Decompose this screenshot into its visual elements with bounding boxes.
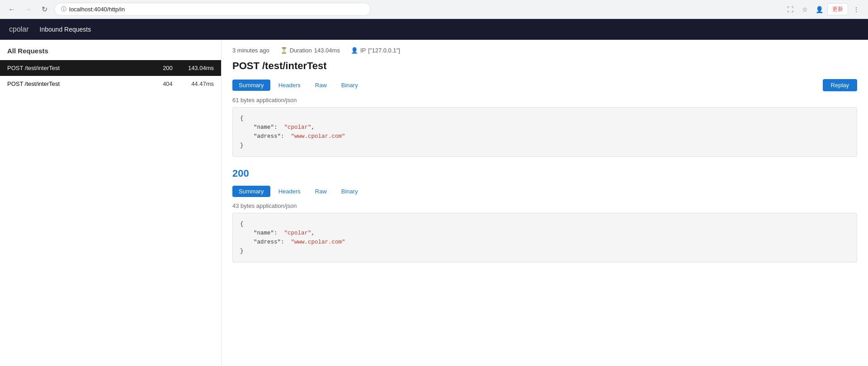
req-path-2: /test/interTest bbox=[25, 80, 60, 87]
time-ago: 3 minutes ago bbox=[232, 47, 269, 54]
code-line: } bbox=[240, 141, 849, 150]
tab-response-binary[interactable]: Binary bbox=[335, 186, 364, 197]
req-method-1: POST bbox=[7, 65, 25, 71]
code-line: "adress": "www.cpolar.com" bbox=[240, 238, 849, 247]
ip-meta: 👤 IP ["127.0.0.1"] bbox=[351, 47, 400, 54]
tab-response-headers[interactable]: Headers bbox=[272, 186, 307, 197]
request-content-info: 61 bytes application/json bbox=[232, 97, 857, 103]
request-title: POST /test/interTest bbox=[232, 60, 857, 72]
panel-title: All Requests bbox=[0, 47, 221, 60]
req-duration-2: 44.47ms bbox=[182, 80, 214, 87]
app-logo: cpolar bbox=[9, 25, 29, 33]
request-item[interactable]: POST /test/interTest 200 143.04ms bbox=[0, 60, 221, 76]
profile-button[interactable]: 👤 bbox=[813, 3, 826, 16]
req-status-2: 404 bbox=[159, 80, 177, 87]
duration-label: Duration bbox=[290, 47, 312, 54]
code-line: } bbox=[240, 247, 849, 256]
clock-icon: ⏳ bbox=[280, 47, 288, 54]
reload-button[interactable]: ↻ bbox=[38, 3, 51, 16]
meta-row: 3 minutes ago ⏳ Duration 143.04ms 👤 IP [… bbox=[232, 47, 857, 54]
code-line: "name": "cpolar", bbox=[240, 123, 849, 132]
tab-request-binary[interactable]: Binary bbox=[335, 80, 364, 91]
duration-value: 143.04ms bbox=[314, 47, 340, 54]
menu-button[interactable]: ⋮ bbox=[850, 3, 863, 16]
url-text: localhost:4040/http/in bbox=[69, 6, 125, 13]
left-panel: All Requests POST /test/interTest 200 14… bbox=[0, 40, 222, 366]
tab-request-raw[interactable]: Raw bbox=[309, 80, 333, 91]
tab-response-raw[interactable]: Raw bbox=[309, 186, 333, 197]
code-line: { bbox=[240, 220, 849, 229]
browser-actions: ⛶ ☆ 👤 更新 ⋮ bbox=[784, 3, 863, 16]
screenshot-button[interactable]: ⛶ bbox=[784, 3, 797, 16]
tab-request-summary[interactable]: Summary bbox=[232, 80, 270, 91]
req-method-2: POST bbox=[7, 80, 25, 87]
main-layout: All Requests POST /test/interTest 200 14… bbox=[0, 40, 868, 366]
req-path-1: /test/interTest bbox=[25, 65, 60, 71]
nav-inbound-requests[interactable]: Inbound Requests bbox=[40, 26, 91, 33]
browser-chrome: ← → ↻ ⓘ localhost:4040/http/in ⛶ ☆ 👤 更新 … bbox=[0, 0, 868, 19]
update-button[interactable]: 更新 bbox=[827, 3, 848, 15]
ip-value: ["127.0.0.1"] bbox=[368, 47, 400, 54]
tab-request-headers[interactable]: Headers bbox=[272, 80, 307, 91]
app-header: cpolar Inbound Requests bbox=[0, 19, 868, 40]
right-panel: 3 minutes ago ⏳ Duration 143.04ms 👤 IP [… bbox=[222, 40, 868, 366]
request-item[interactable]: POST /test/interTest 404 44.47ms bbox=[0, 76, 221, 92]
lock-icon: ⓘ bbox=[61, 5, 66, 13]
response-status: 200 bbox=[232, 168, 857, 179]
person-icon: 👤 bbox=[351, 47, 358, 54]
ip-label: IP bbox=[360, 47, 366, 54]
response-tabs-row: Summary Headers Raw Binary bbox=[232, 186, 857, 197]
tab-response-summary[interactable]: Summary bbox=[232, 186, 270, 197]
replay-button[interactable]: Replay bbox=[823, 79, 857, 91]
req-method-path-1: POST /test/interTest bbox=[7, 65, 153, 71]
time-ago-text: 3 minutes ago bbox=[232, 47, 269, 54]
duration-meta: ⏳ Duration 143.04ms bbox=[280, 47, 340, 54]
address-bar[interactable]: ⓘ localhost:4040/http/in bbox=[54, 3, 371, 16]
response-content-info: 43 bytes application/json bbox=[232, 202, 857, 209]
request-code-block: { "name": "cpolar", "adress": "www.cpola… bbox=[232, 107, 857, 157]
code-line: "adress": "www.cpolar.com" bbox=[240, 132, 849, 141]
response-section: 200 Summary Headers Raw Binary 43 bytes … bbox=[232, 168, 857, 263]
request-title-text: POST /test/interTest bbox=[232, 60, 327, 71]
response-code-block: { "name": "cpolar", "adress": "www.cpola… bbox=[232, 213, 857, 263]
bookmark-button[interactable]: ☆ bbox=[798, 3, 811, 16]
code-line: "name": "cpolar", bbox=[240, 229, 849, 238]
forward-button[interactable]: → bbox=[22, 3, 34, 16]
request-tabs-row: Summary Headers Raw Binary Replay bbox=[232, 79, 857, 91]
code-line: { bbox=[240, 114, 849, 123]
req-duration-1: 143.04ms bbox=[182, 65, 214, 71]
req-status-1: 200 bbox=[159, 65, 177, 71]
back-button[interactable]: ← bbox=[5, 3, 18, 16]
req-method-path-2: POST /test/interTest bbox=[7, 80, 153, 87]
